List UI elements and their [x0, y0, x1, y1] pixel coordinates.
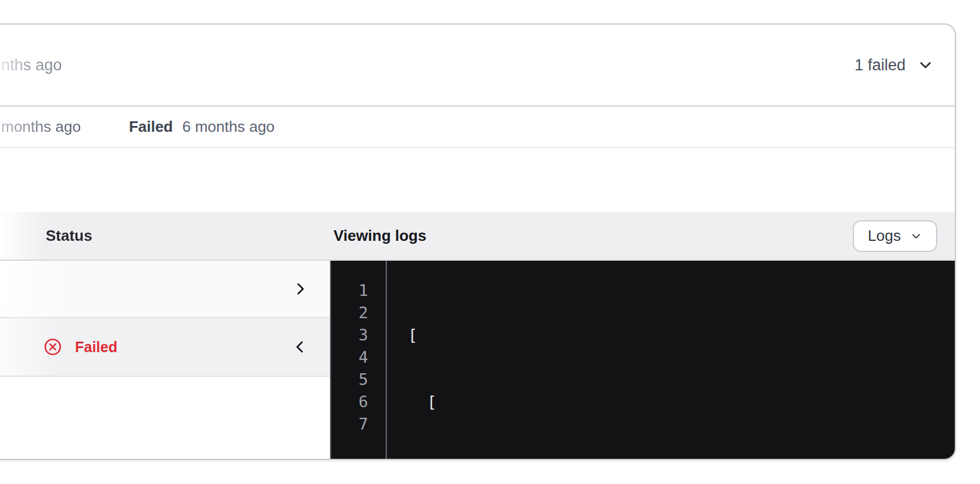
failure-count-dropdown[interactable]: 1 failed: [855, 56, 934, 74]
code-line: [: [408, 391, 945, 413]
log-viewer: 1 2 3 4 5 6 7 [ [ “Terraform Cloud works…: [330, 261, 955, 459]
code-line: “Terraform Cloud workspace terraform-aws…: [408, 458, 945, 459]
meta-relative-time: months ago: [1, 118, 81, 136]
chevron-down-icon: [917, 57, 934, 73]
chevron-left-icon: [292, 339, 308, 355]
chevron-down-icon: [910, 230, 922, 242]
line-number: 7: [331, 413, 368, 435]
line-number: 5: [331, 369, 368, 391]
screen: nths ago 1 failed months ago Failed 6 mo…: [0, 0, 980, 484]
logs-dropdown-button[interactable]: Logs: [853, 220, 937, 252]
run-header-row: nths ago 1 failed: [0, 25, 955, 107]
line-number: 6: [331, 391, 368, 413]
run-details-card: nths ago 1 failed months ago Failed 6 mo…: [0, 23, 956, 460]
steps-filler: [0, 377, 330, 459]
line-number: 4: [331, 346, 368, 369]
failed-circle-x-icon: [43, 338, 62, 356]
run-meta-row: months ago Failed 6 months ago: [0, 107, 955, 148]
log-code-area: [ [ “Terraform Cloud workspace terraform…: [387, 261, 955, 459]
meta-status-time: 6 months ago: [182, 118, 275, 136]
code-line: [: [408, 324, 945, 346]
chevron-right-icon: [292, 281, 308, 296]
line-number: 1: [331, 280, 368, 302]
step-row-collapsed[interactable]: [0, 261, 330, 318]
spacer: [0, 148, 955, 212]
line-number: 2: [331, 302, 368, 324]
step-row-failed[interactable]: Failed: [0, 318, 330, 377]
line-number: 3: [331, 324, 368, 346]
steps-panel: Failed: [0, 261, 330, 459]
logs-button-label: Logs: [868, 227, 901, 245]
failed-status-label: Failed: [75, 339, 117, 356]
line-number-gutter: 1 2 3 4 5 6 7: [331, 261, 387, 459]
status-heading: Status: [0, 227, 330, 245]
run-relative-time: nths ago: [1, 56, 62, 74]
meta-status-label: Failed: [129, 118, 173, 136]
failure-count-label: 1 failed: [855, 56, 906, 74]
logs-body: Failed 1 2 3 4 5 6 7: [0, 261, 955, 459]
logs-toolbar: Status Viewing logs Logs: [0, 212, 955, 261]
viewing-logs-heading: Viewing logs: [330, 227, 853, 245]
